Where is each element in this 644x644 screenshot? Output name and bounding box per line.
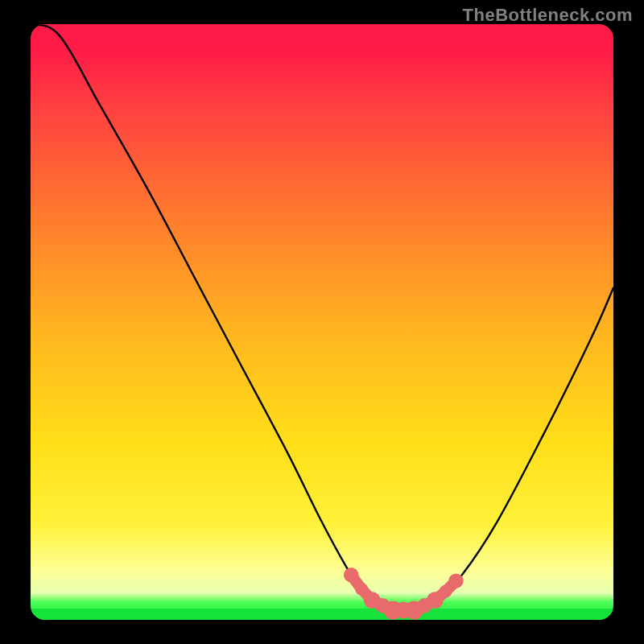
chart-stage: TheBottleneck.com bbox=[0, 0, 644, 644]
highlight-bead bbox=[448, 573, 463, 588]
highlight-bead bbox=[344, 568, 358, 582]
highlight-bead bbox=[440, 585, 452, 598]
chart-overlay bbox=[31, 24, 613, 620]
highlight-bead bbox=[355, 583, 368, 596]
baseline-strip bbox=[31, 609, 613, 620]
gradient-panel bbox=[31, 24, 613, 620]
bottleneck-curve bbox=[31, 24, 613, 612]
watermark-text: TheBottleneck.com bbox=[463, 5, 633, 26]
